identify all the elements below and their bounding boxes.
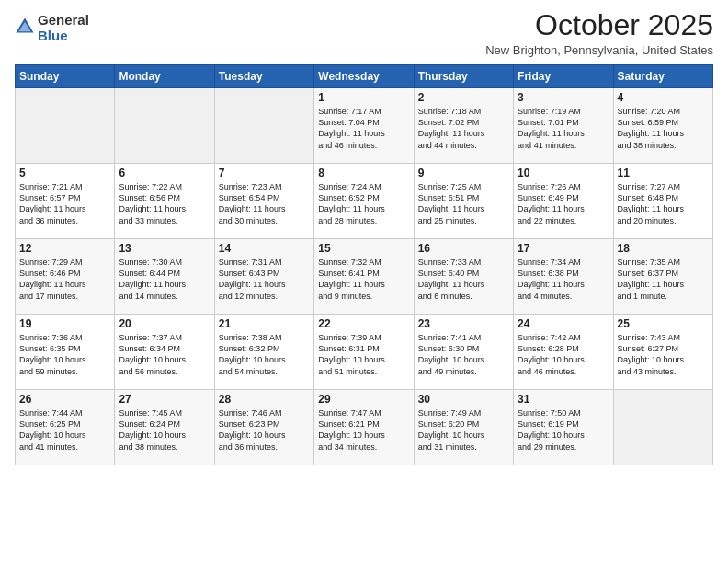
day-number: 11 [618,167,709,179]
calendar-cell [115,88,214,164]
day-number: 1 [318,91,409,104]
month-title: October 2025 [485,9,713,41]
calendar-cell: 28Sunrise: 7:46 AMSunset: 6:23 PMDayligh… [214,390,313,465]
day-number: 7 [219,167,310,179]
day-info: Sunrise: 7:39 AMSunset: 6:31 PMDaylight:… [318,332,409,377]
day-info: Sunrise: 7:46 AMSunset: 6:23 PMDaylight:… [219,408,310,453]
logo-text: General Blue [38,13,89,43]
calendar-cell: 22Sunrise: 7:39 AMSunset: 6:31 PMDayligh… [314,315,414,390]
calendar-cell: 16Sunrise: 7:33 AMSunset: 6:40 PMDayligh… [414,239,513,315]
day-number: 5 [19,167,110,179]
day-info: Sunrise: 7:20 AMSunset: 6:59 PMDaylight:… [618,106,709,151]
day-info: Sunrise: 7:32 AMSunset: 6:41 PMDaylight:… [318,257,409,302]
logo: General Blue [15,13,89,43]
day-info: Sunrise: 7:35 AMSunset: 6:37 PMDaylight:… [618,257,709,302]
day-info: Sunrise: 7:31 AMSunset: 6:43 PMDaylight:… [219,257,310,302]
calendar-cell: 10Sunrise: 7:26 AMSunset: 6:49 PMDayligh… [514,164,613,239]
day-info: Sunrise: 7:26 AMSunset: 6:49 PMDaylight:… [518,181,609,226]
calendar-cell: 18Sunrise: 7:35 AMSunset: 6:37 PMDayligh… [613,239,712,315]
day-number: 10 [518,167,609,179]
day-info: Sunrise: 7:42 AMSunset: 6:28 PMDaylight:… [518,332,609,377]
day-number: 21 [219,317,310,330]
calendar-cell: 26Sunrise: 7:44 AMSunset: 6:25 PMDayligh… [16,390,115,465]
calendar-cell: 31Sunrise: 7:50 AMSunset: 6:19 PMDayligh… [514,390,613,465]
calendar-cell: 3Sunrise: 7:19 AMSunset: 7:01 PMDaylight… [514,88,613,164]
day-number: 24 [518,317,609,330]
day-info: Sunrise: 7:47 AMSunset: 6:21 PMDaylight:… [318,408,409,453]
day-number: 3 [518,91,609,104]
day-number: 8 [318,167,409,179]
calendar-week-3: 12Sunrise: 7:29 AMSunset: 6:46 PMDayligh… [16,239,713,315]
day-number: 23 [418,317,509,330]
day-info: Sunrise: 7:45 AMSunset: 6:24 PMDaylight:… [119,408,210,453]
calendar-cell: 21Sunrise: 7:38 AMSunset: 6:32 PMDayligh… [214,315,313,390]
calendar-cell: 6Sunrise: 7:22 AMSunset: 6:56 PMDaylight… [115,164,214,239]
calendar-cell: 29Sunrise: 7:47 AMSunset: 6:21 PMDayligh… [314,390,414,465]
calendar-cell: 30Sunrise: 7:49 AMSunset: 6:20 PMDayligh… [414,390,513,465]
day-info: Sunrise: 7:37 AMSunset: 6:34 PMDaylight:… [119,332,210,377]
day-number: 4 [618,91,709,104]
col-saturday: Saturday [613,65,712,88]
day-info: Sunrise: 7:30 AMSunset: 6:44 PMDaylight:… [119,257,210,302]
col-tuesday: Tuesday [214,65,313,88]
calendar-cell [214,88,313,164]
day-info: Sunrise: 7:41 AMSunset: 6:30 PMDaylight:… [418,332,509,377]
day-info: Sunrise: 7:27 AMSunset: 6:48 PMDaylight:… [618,181,709,226]
calendar-cell: 24Sunrise: 7:42 AMSunset: 6:28 PMDayligh… [514,315,613,390]
calendar-week-1: 1Sunrise: 7:17 AMSunset: 7:04 PMDaylight… [16,88,713,164]
calendar-week-4: 19Sunrise: 7:36 AMSunset: 6:35 PMDayligh… [16,315,713,390]
location-text: New Brighton, Pennsylvania, United State… [485,43,713,57]
day-number: 6 [119,167,210,179]
calendar-cell: 8Sunrise: 7:24 AMSunset: 6:52 PMDaylight… [314,164,414,239]
calendar-cell: 9Sunrise: 7:25 AMSunset: 6:51 PMDaylight… [414,164,513,239]
day-number: 16 [418,242,509,255]
col-monday: Monday [115,65,214,88]
header-row: Sunday Monday Tuesday Wednesday Thursday… [16,65,713,88]
day-number: 26 [19,393,110,406]
calendar-table: Sunday Monday Tuesday Wednesday Thursday… [15,64,713,465]
col-sunday: Sunday [16,65,115,88]
page-header: General Blue October 2025 New Brighton, … [15,9,713,57]
calendar-cell [16,88,115,164]
day-info: Sunrise: 7:23 AMSunset: 6:54 PMDaylight:… [219,181,310,226]
day-number: 22 [318,317,409,330]
day-number: 18 [618,242,709,255]
calendar-cell: 1Sunrise: 7:17 AMSunset: 7:04 PMDaylight… [314,88,414,164]
logo-blue: Blue [38,29,89,44]
calendar-week-5: 26Sunrise: 7:44 AMSunset: 6:25 PMDayligh… [16,390,713,465]
day-info: Sunrise: 7:34 AMSunset: 6:38 PMDaylight:… [518,257,609,302]
day-info: Sunrise: 7:49 AMSunset: 6:20 PMDaylight:… [418,408,509,453]
calendar-cell: 12Sunrise: 7:29 AMSunset: 6:46 PMDayligh… [16,239,115,315]
day-number: 9 [418,167,509,179]
day-info: Sunrise: 7:25 AMSunset: 6:51 PMDaylight:… [418,181,509,226]
calendar-cell: 5Sunrise: 7:21 AMSunset: 6:57 PMDaylight… [16,164,115,239]
day-info: Sunrise: 7:44 AMSunset: 6:25 PMDaylight:… [19,408,110,453]
day-number: 13 [119,242,210,255]
day-number: 19 [19,317,110,330]
day-info: Sunrise: 7:29 AMSunset: 6:46 PMDaylight:… [19,257,110,302]
calendar-cell: 15Sunrise: 7:32 AMSunset: 6:41 PMDayligh… [314,239,414,315]
day-info: Sunrise: 7:18 AMSunset: 7:02 PMDaylight:… [418,106,509,151]
calendar-body: 1Sunrise: 7:17 AMSunset: 7:04 PMDaylight… [16,88,713,465]
day-number: 14 [219,242,310,255]
col-wednesday: Wednesday [314,65,414,88]
day-number: 27 [119,393,210,406]
calendar-cell: 11Sunrise: 7:27 AMSunset: 6:48 PMDayligh… [613,164,712,239]
calendar-cell: 4Sunrise: 7:20 AMSunset: 6:59 PMDaylight… [613,88,712,164]
calendar-header: Sunday Monday Tuesday Wednesday Thursday… [16,65,713,88]
logo-general: General [38,13,89,29]
col-thursday: Thursday [414,65,513,88]
day-number: 25 [618,317,709,330]
day-number: 17 [518,242,609,255]
day-number: 2 [418,91,509,104]
calendar-page: General Blue October 2025 New Brighton, … [0,0,728,563]
calendar-cell: 14Sunrise: 7:31 AMSunset: 6:43 PMDayligh… [214,239,313,315]
day-info: Sunrise: 7:33 AMSunset: 6:40 PMDaylight:… [418,257,509,302]
logo-icon [15,17,35,37]
calendar-cell: 7Sunrise: 7:23 AMSunset: 6:54 PMDaylight… [214,164,313,239]
day-number: 12 [19,242,110,255]
day-info: Sunrise: 7:50 AMSunset: 6:19 PMDaylight:… [518,408,609,453]
calendar-cell: 25Sunrise: 7:43 AMSunset: 6:27 PMDayligh… [613,315,712,390]
day-info: Sunrise: 7:36 AMSunset: 6:35 PMDaylight:… [19,332,110,377]
day-number: 31 [518,393,609,406]
